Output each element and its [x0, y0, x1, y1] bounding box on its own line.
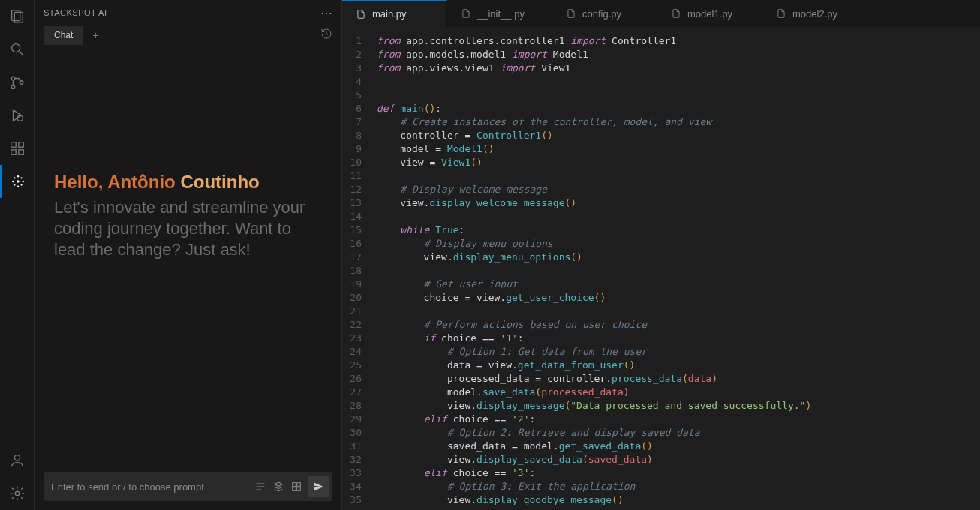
code-line	[377, 75, 980, 88]
svg-point-12	[17, 180, 19, 182]
history-icon[interactable]	[320, 28, 332, 43]
svg-point-2	[12, 44, 20, 52]
greeting-area: Hello, Antônio Coutinho Let's innovate a…	[35, 50, 341, 472]
account-icon[interactable]	[0, 444, 35, 477]
code-line: from app.models.model1 import Model1	[377, 48, 980, 62]
code-line	[377, 304, 980, 318]
svg-point-6	[20, 81, 23, 85]
attach-icon[interactable]	[287, 478, 305, 496]
code-line: controller = Controller1()	[377, 129, 980, 142]
chat-input-row	[44, 472, 332, 501]
panel-header: STACKSPOT AI ⋯	[35, 0, 341, 26]
code-line: # Get user input	[377, 278, 980, 291]
svg-point-20	[21, 184, 23, 186]
code-line: # Create instances of the controller, mo…	[377, 116, 980, 129]
svg-rect-8	[11, 142, 16, 147]
code-line	[377, 264, 980, 278]
svg-rect-26	[293, 483, 296, 487]
editor-area: main.py__init__.pyconfig.pymodel1.pymode…	[342, 0, 980, 510]
code-line: # Display menu options	[377, 237, 980, 250]
editor-tab-main-py[interactable]: main.py	[342, 0, 447, 27]
code-line: view.display_goodbye_message()	[377, 494, 980, 507]
svg-point-16	[22, 181, 23, 183]
code-line: view.display_message("Data processed and…	[377, 399, 980, 412]
code-line: elif choice == '2':	[377, 412, 980, 426]
svg-rect-28	[293, 488, 296, 491]
tab-label: model2.py	[792, 8, 837, 20]
code-line: choice = view.get_user_choice()	[377, 291, 980, 304]
svg-point-18	[21, 177, 23, 178]
code-view[interactable]: 1234567891011121314151617181920212223242…	[342, 27, 980, 510]
svg-rect-27	[297, 483, 301, 487]
svg-rect-10	[19, 150, 23, 154]
svg-rect-11	[19, 142, 23, 147]
paragraph-icon[interactable]	[251, 478, 269, 496]
code-line: view = View1()	[377, 156, 980, 170]
greeting-name: Hello, Antônio Coutinho	[54, 172, 322, 193]
code-line	[377, 210, 980, 224]
code-line: # Option 3: Exit the application	[377, 480, 980, 494]
more-icon[interactable]: ⋯	[320, 6, 333, 20]
code-content[interactable]: from app.controllers.controller1 import …	[369, 27, 980, 510]
stack-icon[interactable]	[269, 478, 287, 496]
svg-point-21	[14, 455, 20, 460]
svg-point-15	[12, 181, 14, 183]
greeting-first: Antônio	[107, 172, 180, 192]
code-line: if choice == '1':	[377, 332, 980, 345]
svg-rect-9	[11, 150, 16, 154]
tab-label: config.py	[582, 8, 621, 20]
extensions-icon[interactable]	[0, 132, 35, 165]
chat-input[interactable]	[51, 482, 251, 493]
code-line: elif choice == '3':	[377, 466, 980, 480]
code-line: model.save_data(processed_data)	[377, 386, 980, 399]
stackspot-icon[interactable]	[0, 165, 35, 198]
activity-bar	[0, 0, 35, 510]
add-tab-icon[interactable]: +	[86, 26, 104, 44]
greeting-prefix: Hello,	[54, 172, 107, 192]
code-line	[377, 88, 980, 102]
source-control-icon[interactable]	[0, 66, 35, 99]
code-line: saved_data = model.get_saved_data()	[377, 440, 980, 453]
side-panel: STACKSPOT AI ⋯ Chat + Hello, Antônio Cou…	[35, 0, 342, 510]
code-line: processed_data = controller.process_data…	[377, 372, 980, 386]
code-line: # Perform actions based on user choice	[377, 318, 980, 332]
settings-icon[interactable]	[0, 477, 35, 510]
code-line: view.display_saved_data(saved_data)	[377, 453, 980, 466]
greeting-last: Coutinho	[180, 172, 259, 192]
greeting-sub: Let's innovate and streamline your codin…	[54, 197, 322, 260]
editor-tab-__init__-py[interactable]: __init__.py	[447, 0, 552, 27]
panel-title: STACKSPOT AI	[44, 8, 107, 17]
code-line: data = view.get_data_from_user()	[377, 358, 980, 372]
chat-tab[interactable]: Chat	[44, 26, 83, 45]
code-line: from app.views.view1 import View1	[377, 62, 980, 75]
code-line: # Display welcome message	[377, 183, 980, 196]
code-line: # Option 1: Get data from the user	[377, 345, 980, 358]
run-debug-icon[interactable]	[0, 99, 35, 132]
code-line: model = Model1()	[377, 142, 980, 156]
tab-label: main.py	[372, 8, 407, 20]
search-icon[interactable]	[0, 33, 35, 66]
svg-rect-29	[297, 488, 301, 491]
code-line: view.display_welcome_message()	[377, 196, 980, 210]
svg-point-5	[11, 85, 15, 88]
svg-point-4	[11, 76, 15, 80]
code-line: view.display_menu_options()	[377, 250, 980, 264]
send-button[interactable]	[308, 476, 329, 497]
code-line: from app.controllers.controller1 import …	[377, 34, 980, 48]
svg-point-14	[17, 185, 20, 188]
explorer-icon[interactable]	[0, 0, 35, 33]
svg-point-17	[14, 177, 15, 178]
svg-point-13	[17, 176, 20, 178]
svg-point-22	[15, 491, 20, 496]
editor-tab-model1-py[interactable]: model1.py	[657, 0, 762, 27]
tab-label: __init__.py	[477, 8, 525, 20]
code-line: def main():	[377, 102, 980, 116]
svg-line-3	[20, 52, 23, 56]
editor-tab-config-py[interactable]: config.py	[552, 0, 657, 27]
code-line: # Option 2: Retrieve and display saved d…	[377, 426, 980, 440]
code-line: while True:	[377, 224, 980, 237]
code-line	[377, 170, 980, 183]
line-gutter: 1234567891011121314151617181920212223242…	[342, 27, 369, 510]
svg-point-19	[14, 184, 15, 186]
editor-tab-model2-py[interactable]: model2.py	[762, 0, 867, 27]
